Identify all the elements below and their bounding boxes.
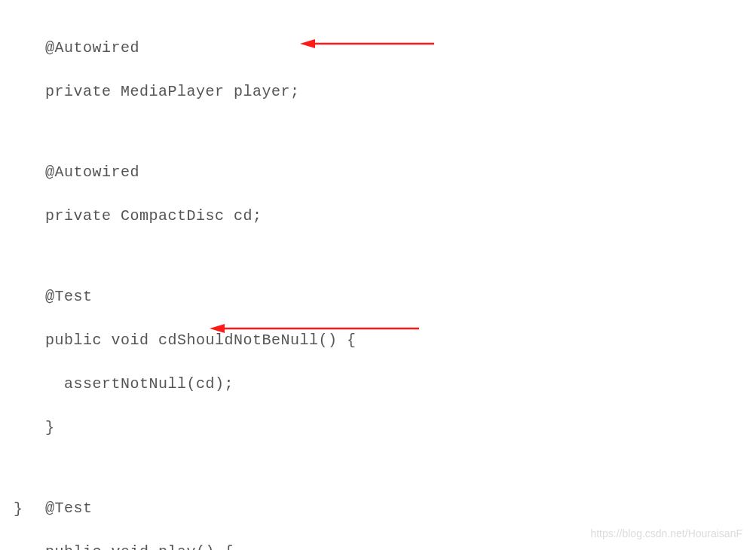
code-line: @Autowired [45,37,756,59]
code-line: private CompactDisc cd; [45,205,756,227]
closing-brace: } [14,500,23,518]
code-line: public void cdShouldNotBeNull() { [45,329,756,351]
code-line [45,124,756,139]
code-line: } [45,417,756,438]
code-block: @Autowired private MediaPlayer player; @… [0,0,756,550]
code-line [45,249,756,264]
code-line: private MediaPlayer player; [45,81,756,102]
code-line: assertNotNull(cd); [45,373,756,395]
code-line: @Test [45,286,756,307]
watermark-text: https://blog.csdn.net/HouraisanF [590,527,742,539]
code-line: @Autowired [45,161,756,183]
code-line [45,460,756,475]
code-line: public void play() { [45,541,756,550]
code-line: @Test [45,497,756,519]
